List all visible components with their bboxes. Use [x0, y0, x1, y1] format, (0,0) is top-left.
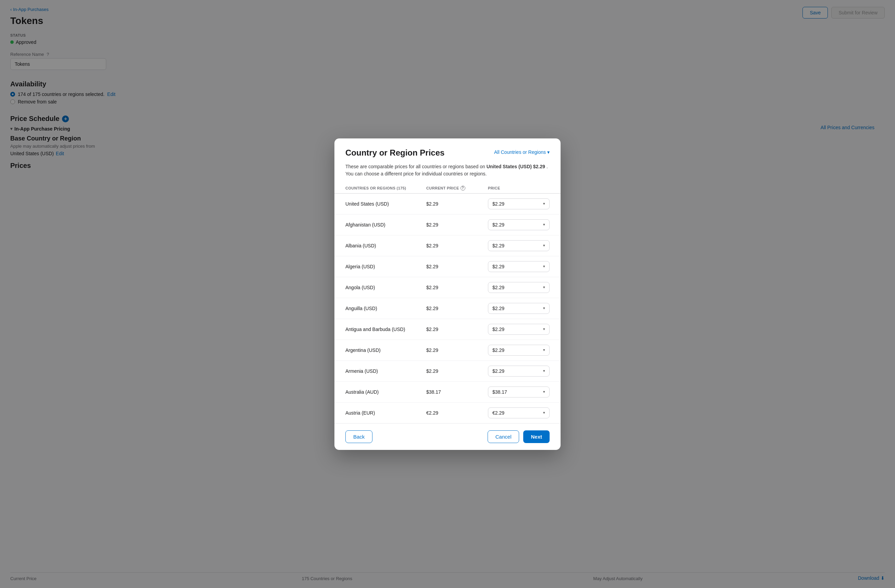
country-name: United States (USD) — [345, 201, 426, 207]
current-price-value: $38.17 — [426, 389, 488, 395]
price-select-dropdown[interactable]: $2.29 ▾ — [488, 199, 550, 209]
price-select-value: $2.29 — [492, 201, 504, 207]
table-row: Argentina (USD) $2.29 $2.29 ▾ — [334, 340, 561, 361]
modal-filter-button[interactable]: All Countries or Regions ▾ — [494, 149, 550, 155]
price-chevron-icon: ▾ — [543, 327, 545, 331]
country-name: Algeria (USD) — [345, 264, 426, 269]
current-price-value: $2.29 — [426, 264, 488, 269]
table-row: Anguilla (USD) $2.29 $2.29 ▾ — [334, 298, 561, 319]
price-select-dropdown[interactable]: $2.29 ▾ — [488, 365, 550, 377]
price-chevron-icon: ▾ — [543, 411, 545, 415]
country-name: Angola (USD) — [345, 285, 426, 290]
price-select-value: $38.17 — [492, 389, 507, 395]
table-row: Algeria (USD) $2.29 $2.29 ▾ — [334, 256, 561, 277]
current-price-value: $2.29 — [426, 368, 488, 374]
current-price-value: $2.29 — [426, 243, 488, 249]
cancel-button[interactable]: Cancel — [488, 430, 519, 443]
table-row: Angola (USD) $2.29 $2.29 ▾ — [334, 277, 561, 298]
price-chevron-icon: ▾ — [543, 202, 545, 206]
price-select-dropdown[interactable]: $2.29 ▾ — [488, 261, 550, 272]
country-name: Anguilla (USD) — [345, 306, 426, 311]
country-name: Afghanistan (USD) — [345, 222, 426, 227]
price-select-dropdown[interactable]: $2.29 ▾ — [488, 219, 550, 230]
price-chevron-icon: ▾ — [543, 369, 545, 373]
price-select-dropdown[interactable]: $38.17 ▾ — [488, 386, 550, 397]
table-row: Australia (AUD) $38.17 $38.17 ▾ — [334, 382, 561, 403]
price-select-dropdown[interactable]: $2.29 ▾ — [488, 282, 550, 293]
modal-title: Country or Region Prices — [345, 148, 444, 158]
current-price-value: $2.29 — [426, 347, 488, 353]
current-price-value: $2.29 — [426, 201, 488, 207]
table-row: Afghanistan (USD) $2.29 $2.29 ▾ — [334, 215, 561, 235]
filter-chevron-icon: ▾ — [547, 149, 550, 155]
price-chevron-icon: ▾ — [543, 348, 545, 352]
col-header-current-price: Current Price ? — [426, 186, 488, 191]
modal-overlay: Country or Region Prices All Countries o… — [0, 0, 895, 588]
country-name: Australia (AUD) — [345, 389, 426, 395]
table-row: Austria (EUR) €2.29 €2.29 ▾ — [334, 403, 561, 423]
price-select-value: $2.29 — [492, 285, 504, 290]
table-row: Albania (USD) $2.29 $2.29 ▾ — [334, 235, 561, 256]
back-button[interactable]: Back — [345, 430, 372, 443]
col-header-price: Price — [488, 186, 550, 191]
price-select-value: $2.29 — [492, 264, 504, 269]
price-select-value: $2.29 — [492, 243, 504, 249]
country-name: Austria (EUR) — [345, 410, 426, 416]
price-select-dropdown[interactable]: $2.29 ▾ — [488, 324, 550, 335]
table-row: Armenia (USD) $2.29 $2.29 ▾ — [334, 361, 561, 382]
price-select-dropdown[interactable]: €2.29 ▾ — [488, 408, 550, 418]
current-price-value: $2.29 — [426, 285, 488, 290]
modal-filter-label: All Countries or Regions — [494, 149, 546, 155]
table-row: Antigua and Barbuda (USD) $2.29 $2.29 ▾ — [334, 319, 561, 340]
price-chevron-icon: ▾ — [543, 264, 545, 269]
price-chevron-icon: ▾ — [543, 223, 545, 227]
price-select-value: $2.29 — [492, 222, 504, 227]
current-price-value: $2.29 — [426, 327, 488, 332]
price-select-dropdown[interactable]: $2.29 ▾ — [488, 345, 550, 356]
price-chevron-icon: ▾ — [543, 285, 545, 289]
modal-price-list: United States (USD) $2.29 $2.29 ▾ Afghan… — [334, 194, 561, 423]
country-name: Argentina (USD) — [345, 347, 426, 353]
country-name: Antigua and Barbuda (USD) — [345, 327, 426, 332]
next-button[interactable]: Next — [523, 430, 550, 443]
price-select-value: $2.29 — [492, 327, 504, 332]
price-chevron-icon: ▾ — [543, 389, 545, 394]
price-select-value: $2.29 — [492, 368, 504, 374]
current-price-value: $2.29 — [426, 306, 488, 311]
current-price-value: $2.29 — [426, 222, 488, 227]
col-header-countries: Countries or Regions (175) — [345, 186, 426, 191]
table-row: United States (USD) $2.29 $2.29 ▾ — [334, 194, 561, 215]
price-select-value: $2.29 — [492, 306, 504, 311]
price-chevron-icon: ▾ — [543, 306, 545, 311]
price-select-value: €2.29 — [492, 410, 504, 416]
current-price-value: €2.29 — [426, 410, 488, 416]
price-select-value: $2.29 — [492, 347, 504, 353]
current-price-help-icon[interactable]: ? — [461, 186, 465, 191]
modal: Country or Region Prices All Countries o… — [334, 138, 561, 450]
price-chevron-icon: ▾ — [543, 243, 545, 248]
price-select-dropdown[interactable]: $2.29 ▾ — [488, 303, 550, 314]
price-select-dropdown[interactable]: $2.29 ▾ — [488, 240, 550, 251]
country-name: Armenia (USD) — [345, 368, 426, 374]
modal-description: These are comparable prices for all coun… — [334, 163, 561, 183]
country-name: Albania (USD) — [345, 243, 426, 249]
